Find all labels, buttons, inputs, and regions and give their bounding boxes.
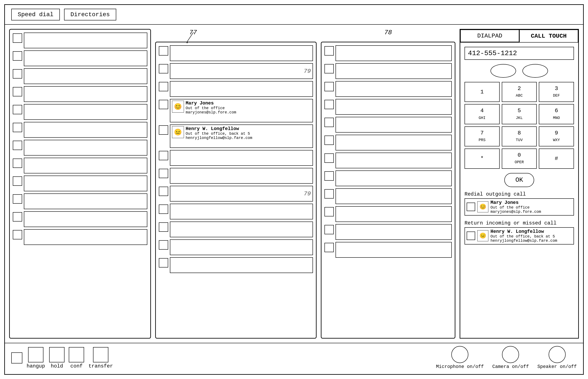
row-checkbox[interactable]	[324, 243, 334, 252]
row-content[interactable]	[335, 117, 452, 133]
row-checkbox[interactable]	[13, 33, 22, 43]
row-content[interactable]	[335, 63, 452, 79]
speaker-button[interactable]	[549, 346, 566, 363]
hold-button[interactable]	[49, 347, 64, 363]
transfer-button[interactable]	[93, 347, 108, 363]
row-content[interactable]	[24, 140, 147, 156]
microphone-button[interactable]	[451, 346, 468, 363]
redial-checkbox-mary[interactable]	[467, 203, 475, 211]
row-content[interactable]	[335, 188, 452, 204]
row-checkbox[interactable]	[13, 105, 22, 114]
key-0[interactable]: 0OPER	[502, 149, 537, 169]
row-checkbox[interactable]	[324, 118, 334, 127]
row-content[interactable]	[335, 99, 452, 115]
row-content[interactable]	[24, 175, 147, 191]
row-content[interactable]	[170, 150, 313, 166]
row-checkbox[interactable]	[324, 64, 334, 73]
row-checkbox[interactable]	[13, 194, 22, 204]
row-content[interactable]	[24, 50, 147, 66]
row-checkbox[interactable]	[159, 169, 168, 178]
key-8[interactable]: 8TUV	[502, 126, 537, 146]
row-content[interactable]	[170, 81, 313, 97]
row-checkbox[interactable]	[159, 46, 168, 56]
row-checkbox[interactable]	[13, 230, 22, 239]
key-star[interactable]: *	[464, 149, 500, 169]
key-1[interactable]: 1	[464, 82, 500, 102]
row-checkbox[interactable]	[159, 240, 168, 250]
row-checkbox[interactable]	[324, 100, 334, 109]
key-2[interactable]: 2ABC	[502, 82, 537, 102]
row-checkbox[interactable]	[324, 207, 334, 216]
row-content[interactable]	[170, 221, 313, 237]
row-content[interactable]	[170, 204, 313, 219]
contact-card-henry[interactable]: 😐 Henry W. Longfellow Out of the office,…	[170, 125, 313, 148]
ok-button[interactable]: OK	[504, 173, 534, 187]
row-checkbox[interactable]	[13, 212, 22, 221]
row-content[interactable]	[335, 206, 452, 222]
row-checkbox[interactable]	[159, 151, 168, 160]
row-checkbox[interactable]	[13, 141, 22, 150]
row-content[interactable]	[24, 86, 147, 102]
speed-dial-button[interactable]: Speed dial	[11, 9, 60, 20]
row-checkbox[interactable]	[159, 187, 168, 196]
key-5[interactable]: 5JKL	[502, 104, 537, 124]
oval-button-2[interactable]	[523, 64, 548, 78]
row-content[interactable]	[24, 32, 147, 48]
incoming-contact-henry[interactable]: 😐 Henry W. Longfellow Out of the office,…	[464, 227, 574, 245]
row-content[interactable]	[170, 168, 313, 184]
row-content[interactable]	[335, 45, 452, 61]
incoming-checkbox-henry[interactable]	[467, 232, 475, 240]
row-content[interactable]	[24, 193, 147, 209]
row-checkbox[interactable]	[159, 205, 168, 214]
row-checkbox[interactable]	[324, 136, 334, 145]
key-7[interactable]: 7PRS	[464, 126, 500, 146]
row-content[interactable]	[170, 239, 313, 255]
row-checkbox[interactable]	[324, 225, 334, 234]
hangup-checkbox[interactable]	[11, 352, 22, 363]
row-checkbox[interactable]	[324, 46, 334, 56]
key-9[interactable]: 9WXY	[539, 126, 574, 146]
row-checkbox[interactable]	[13, 51, 22, 61]
row-content[interactable]	[335, 171, 452, 186]
oval-button-1[interactable]	[491, 64, 516, 78]
row-checkbox[interactable]	[159, 258, 168, 268]
row-checkbox[interactable]	[13, 158, 22, 168]
tab-call-touch[interactable]: CALL TOUCH	[519, 30, 578, 42]
row-checkbox[interactable]	[159, 125, 168, 135]
row-content[interactable]: 79	[170, 63, 313, 79]
row-content[interactable]	[24, 122, 147, 138]
row-checkbox[interactable]	[159, 64, 168, 73]
contact-card-mary[interactable]: 😊 Mary Jones Out of the office maryjones…	[170, 99, 313, 122]
row-content[interactable]	[24, 68, 147, 84]
row-checkbox[interactable]	[13, 87, 22, 96]
row-content[interactable]	[170, 257, 313, 273]
row-checkbox[interactable]	[324, 189, 334, 199]
row-content[interactable]	[335, 81, 452, 97]
key-4[interactable]: 4GHI	[464, 104, 500, 124]
tab-dialpad[interactable]: DIALPAD	[460, 30, 519, 42]
row-content[interactable]	[335, 224, 452, 240]
camera-button[interactable]	[502, 346, 519, 363]
conf-button[interactable]	[69, 347, 84, 363]
row-content[interactable]	[170, 45, 313, 61]
row-content[interactable]	[335, 135, 452, 150]
row-content[interactable]	[24, 158, 147, 174]
row-checkbox[interactable]	[324, 171, 334, 181]
row-checkbox[interactable]	[324, 153, 334, 163]
row-checkbox[interactable]	[159, 222, 168, 232]
row-checkbox[interactable]	[13, 123, 22, 132]
hangup-button[interactable]	[28, 347, 43, 363]
row-content[interactable]: 79	[170, 186, 313, 202]
row-content[interactable]	[24, 229, 147, 245]
redial-contact-mary[interactable]: 😊 Mary Jones Out of the office maryjones…	[464, 198, 574, 216]
key-hash[interactable]: #	[539, 149, 574, 169]
row-content[interactable]	[24, 104, 147, 120]
row-content[interactable]	[335, 153, 452, 168]
row-checkbox[interactable]	[159, 100, 168, 109]
row-checkbox[interactable]	[13, 69, 22, 79]
directories-button[interactable]: Directories	[64, 9, 116, 20]
key-6[interactable]: 6MNO	[539, 104, 574, 124]
row-content[interactable]	[335, 242, 452, 258]
row-checkbox[interactable]	[324, 82, 334, 91]
row-checkbox[interactable]	[159, 82, 168, 91]
